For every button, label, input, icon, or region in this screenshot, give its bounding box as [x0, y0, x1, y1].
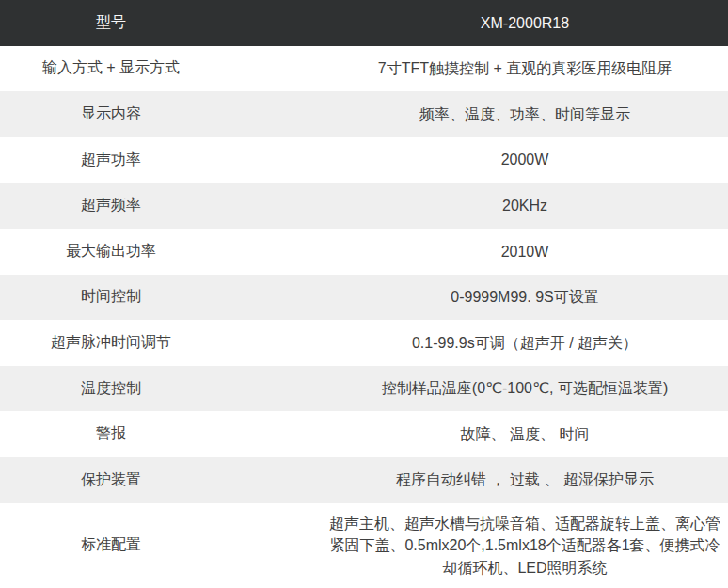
- spec-label-model: 型号: [0, 13, 222, 33]
- spec-value: 超声主机、超声水槽与抗噪音箱、适配器旋转上盖、离心管紧固下盖、0.5mlx20个…: [322, 513, 728, 580]
- spec-value: 控制样品温座(0℃-100℃, 可选配恒温装置): [322, 377, 728, 400]
- spec-label: 时间控制: [0, 287, 222, 307]
- table-row: 保护装置 程序自动纠错 ， 过载 、 超湿保护显示: [0, 457, 728, 503]
- table-row: 输入方式 + 显示方式 7寸TFT触摸控制 + 直观的真彩医用级电阻屏: [0, 46, 728, 92]
- table-row: 时间控制 0-9999M99. 9S可设置: [0, 275, 728, 321]
- spec-value: 程序自动纠错 ， 过载 、 超湿保护显示: [322, 469, 728, 491]
- spec-value: 0.1-99.9s可调（超声开 / 超声关）: [322, 332, 728, 355]
- spec-label: 超声功率: [0, 151, 222, 170]
- spec-label: 输入方式 + 显示方式: [0, 58, 222, 78]
- spec-value: 频率、温度、功率、时间等显示: [322, 103, 728, 126]
- spec-value: 2010W: [322, 241, 728, 263]
- table-row: 标准配置 超声主机、超声水槽与抗噪音箱、适配器旋转上盖、离心管紧固下盖、0.5m…: [0, 503, 728, 588]
- spec-label: 最大输出功率: [0, 242, 222, 262]
- table-row-header: 型号 XM-2000R18: [0, 0, 728, 46]
- spec-value: 20KHz: [322, 195, 728, 217]
- table-row: 超声功率 2000W: [0, 137, 728, 183]
- spec-value: 2000W: [322, 149, 728, 171]
- spec-value: 7寸TFT触摸控制 + 直观的真彩医用级电阻屏: [322, 57, 728, 80]
- spec-label: 显示内容: [0, 104, 222, 124]
- table-row: 温度控制 控制样品温座(0℃-100℃, 可选配恒温装置): [0, 366, 728, 412]
- spec-label: 标准配置: [0, 535, 222, 555]
- table-row: 超声脉冲时间调节 0.1-99.9s可调（超声开 / 超声关）: [0, 320, 728, 366]
- spec-table: 型号 XM-2000R18 输入方式 + 显示方式 7寸TFT触摸控制 + 直观…: [0, 0, 728, 588]
- table-row: 警报 故障、 温度、 时间: [0, 411, 728, 457]
- spec-label: 超声频率: [0, 196, 222, 215]
- table-row: 显示内容 频率、温度、功率、时间等显示: [0, 91, 728, 137]
- spec-value-model: XM-2000R18: [322, 12, 728, 35]
- table-row: 最大输出功率 2010W: [0, 229, 728, 275]
- spec-value: 0-9999M99. 9S可设置: [322, 286, 728, 309]
- spec-label: 温度控制: [0, 379, 222, 399]
- spec-label: 超声脉冲时间调节: [0, 333, 222, 353]
- spec-value: 故障、 温度、 时间: [322, 423, 728, 446]
- spec-label: 保护装置: [0, 470, 222, 490]
- spec-label: 警报: [0, 424, 222, 444]
- table-row: 超声频率 20KHz: [0, 183, 728, 229]
